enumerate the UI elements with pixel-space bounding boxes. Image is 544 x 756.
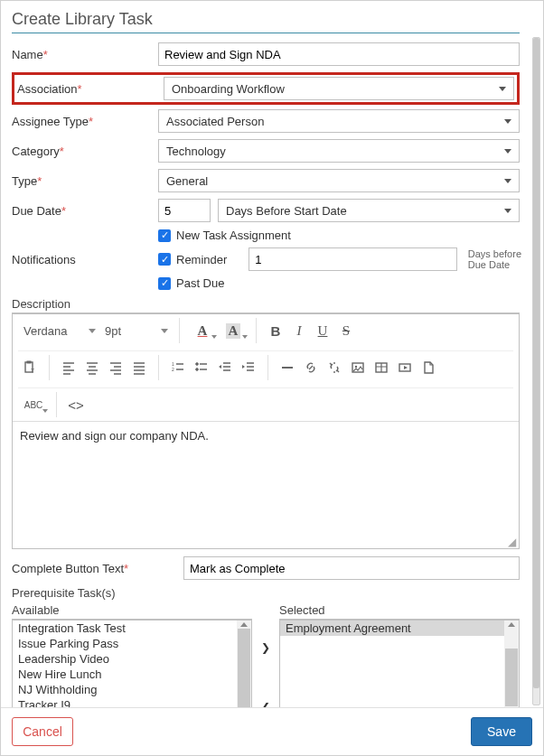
toolbar-row-2: T 12 [18,350,513,380]
description-textarea[interactable]: Review and sign our company NDA. ◢ [13,422,519,548]
due-date-number-input[interactable] [158,199,211,222]
align-right-icon [108,360,123,375]
label-description: Description [12,297,520,313]
toolbar-group-spellcheck: ABC [18,392,57,417]
label-due-date: Due Date* [12,204,158,218]
label-assignee-type-text: Assignee Type [12,115,89,128]
resize-handle-icon[interactable]: ◢ [508,537,517,546]
assignee-type-select[interactable]: Associated Person [158,109,520,133]
file-button[interactable] [417,356,440,379]
text-color-button[interactable]: A [187,319,218,342]
move-left-button[interactable]: ❮ [261,702,270,707]
description-editor: Verdana 9pt A A B I U S T [12,313,520,549]
list-item[interactable]: Leadership Video [13,651,251,667]
spellcheck-icon: ABC [24,400,43,410]
italic-icon: I [297,323,302,339]
required-marker: * [43,48,48,61]
cancel-button-label: Cancel [23,724,62,739]
assignee-type-value: Associated Person [166,115,264,128]
row-assignee-type: Assignee Type* Associated Person [12,109,520,133]
svg-point-5 [196,363,199,366]
row-complete-button-text: Complete Button Text* [12,556,520,580]
due-date-unit-select[interactable]: Days Before Start Date [218,199,520,222]
horizontal-rule-button[interactable] [276,356,299,379]
label-reminder-help: Days before Due Date [468,248,523,270]
table-button[interactable] [370,356,393,379]
checkbox-new-task-assignment[interactable] [158,229,171,242]
svg-point-6 [196,369,199,371]
available-listbox[interactable]: Integration Task TestIssue Parking PassL… [12,620,252,707]
align-left-button[interactable] [57,356,80,379]
move-right-button[interactable]: ❯ [261,642,270,655]
outdent-button[interactable] [213,356,237,379]
svg-text:T: T [31,368,35,374]
label-reminder: Reminder [176,253,227,266]
row-association: Association* Onboarding Workflow [12,72,520,105]
list-item[interactable]: Employment Agreement [280,621,519,636]
scrollbar-thumb[interactable] [533,38,539,688]
align-center-button[interactable] [80,356,104,379]
underline-button[interactable]: U [311,319,334,342]
media-button[interactable] [393,356,417,379]
code-icon: <> [68,397,84,413]
name-input[interactable] [158,42,520,66]
font-size-select[interactable]: 9pt [99,322,172,340]
reminder-days-input[interactable] [249,247,456,271]
category-select[interactable]: Technology [158,139,520,163]
available-scrollbar[interactable] [237,621,251,707]
selected-listbox[interactable]: Employment Agreement [279,620,520,707]
type-select[interactable]: General [158,169,520,192]
dialog-footer: Cancel Save [1,707,543,755]
label-association-text: Association [17,82,77,96]
category-value: Technology [166,145,226,158]
link-button[interactable] [299,356,323,379]
chevron-down-icon [42,409,48,413]
complete-button-text-input[interactable] [183,556,520,580]
bulleted-list-button[interactable] [190,356,213,379]
strikethrough-icon: S [342,323,350,339]
align-justify-icon [132,360,146,375]
highlight-color-button[interactable]: A [218,319,249,342]
list-item[interactable]: Issue Parking Pass [13,636,251,651]
align-right-button[interactable] [104,356,127,379]
image-button[interactable] [346,356,370,379]
row-type: Type* General [12,169,520,192]
numbered-list-button[interactable]: 12 [166,356,190,379]
indent-button[interactable] [237,356,260,379]
list-item[interactable]: Tracker I9 [13,697,251,707]
horizontal-rule-icon [280,360,295,375]
spellcheck-button[interactable]: ABC [18,393,49,416]
label-due-date-text: Due Date [12,204,61,218]
label-assignee-type: Assignee Type* [12,115,158,128]
paste-text-button[interactable]: T [18,356,42,379]
toolbar-group-align [57,355,159,380]
label-selected: Selected [279,603,520,620]
scrollbar-thumb[interactable] [505,649,518,706]
scrollbar-thumb[interactable] [238,629,250,707]
label-new-task-assignment: New Task Assignment [176,229,291,242]
outdent-icon [218,360,232,375]
font-family-select[interactable]: Verdana [18,322,99,340]
italic-button[interactable]: I [287,319,311,342]
toolbar-group-paste: T [18,355,50,380]
association-select[interactable]: Onboarding Workflow [164,77,514,100]
list-item[interactable]: NJ Withholding [13,682,251,697]
cancel-button[interactable]: Cancel [12,717,73,746]
label-type-text: Type [12,174,37,188]
checkbox-past-due[interactable] [158,277,171,290]
selected-scrollbar[interactable] [504,621,519,707]
list-item[interactable]: Integration Task Test [13,621,251,636]
bold-button[interactable]: B [264,319,287,342]
strikethrough-button[interactable]: S [334,319,358,342]
unlink-button[interactable] [323,356,346,379]
highlight-icon: A [226,323,241,339]
save-button[interactable]: Save [471,717,532,746]
checkbox-reminder[interactable] [158,253,171,266]
vertical-scrollbar[interactable] [532,37,540,705]
required-marker: * [124,562,128,575]
source-code-button[interactable]: <> [64,393,88,416]
list-item[interactable]: New Hire Lunch [13,667,251,682]
toolbar-row-3: ABC <> [18,387,513,417]
toolbar-group-font: Verdana 9pt [18,318,180,343]
align-justify-button[interactable] [127,356,151,379]
